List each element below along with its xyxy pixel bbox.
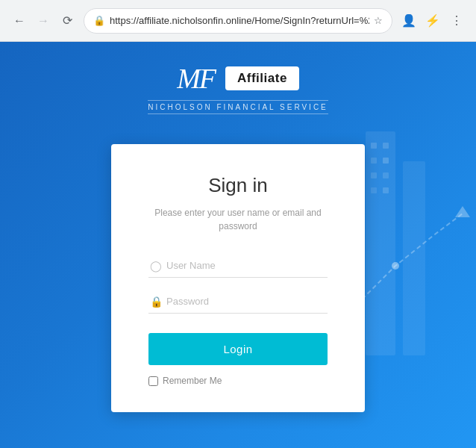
svg-marker-12 <box>455 206 470 217</box>
svg-rect-3 <box>371 143 377 149</box>
logo-row: MF Affiliate <box>177 64 299 93</box>
page-background: MF Affiliate NICHOLSON FINANCIAL SERVICE… <box>0 42 476 448</box>
sign-in-title: Sign in <box>148 174 328 197</box>
remember-label: Remember Me <box>163 376 222 386</box>
address-bar-container: 🔒 ☆ <box>84 8 392 34</box>
company-name: NICHOLSON FINANCIAL SERVICE <box>148 100 328 114</box>
lock-field-icon: 🔒 <box>150 296 163 308</box>
password-group: 🔒 <box>148 290 328 314</box>
user-icon: ◯ <box>150 260 162 272</box>
bookmark-icon[interactable]: ☆ <box>374 15 383 26</box>
remember-row: Remember Me <box>148 376 328 386</box>
back-button[interactable]: ← <box>9 10 30 31</box>
extensions-button[interactable]: ⚡ <box>422 10 443 31</box>
svg-rect-5 <box>371 158 377 164</box>
header-area: MF Affiliate NICHOLSON FINANCIAL SERVICE <box>148 42 328 114</box>
affiliate-badge: Affiliate <box>225 66 299 90</box>
svg-rect-6 <box>383 158 389 164</box>
lock-icon: 🔒 <box>93 15 105 26</box>
profile-button[interactable]: 👤 <box>398 10 419 31</box>
menu-button[interactable]: ⋮ <box>446 10 467 31</box>
address-input[interactable] <box>110 15 369 26</box>
username-input[interactable] <box>148 254 328 278</box>
svg-rect-9 <box>371 187 377 193</box>
sign-in-subtitle: Please enter your user name or email and… <box>148 206 328 233</box>
svg-rect-1 <box>403 161 425 355</box>
password-input[interactable] <box>148 290 328 314</box>
svg-rect-4 <box>383 143 389 149</box>
browser-actions: 👤 ⚡ ⋮ <box>398 10 467 31</box>
svg-rect-8 <box>383 172 389 178</box>
username-group: ◯ <box>148 254 328 278</box>
remember-checkbox[interactable] <box>148 376 158 386</box>
svg-point-11 <box>392 262 399 270</box>
login-button[interactable]: Login <box>148 333 328 365</box>
reload-button[interactable]: ⟳ <box>57 10 78 31</box>
svg-rect-7 <box>371 172 377 178</box>
svg-rect-10 <box>383 187 389 193</box>
login-card: Sign in Please enter your user name or e… <box>111 144 365 412</box>
browser-chrome: ← → ⟳ 🔒 ☆ 👤 ⚡ ⋮ <box>0 0 476 42</box>
forward-button[interactable]: → <box>33 10 54 31</box>
svg-rect-0 <box>366 131 395 355</box>
mf-logo: MF <box>177 64 215 93</box>
nav-buttons: ← → ⟳ <box>9 10 78 31</box>
